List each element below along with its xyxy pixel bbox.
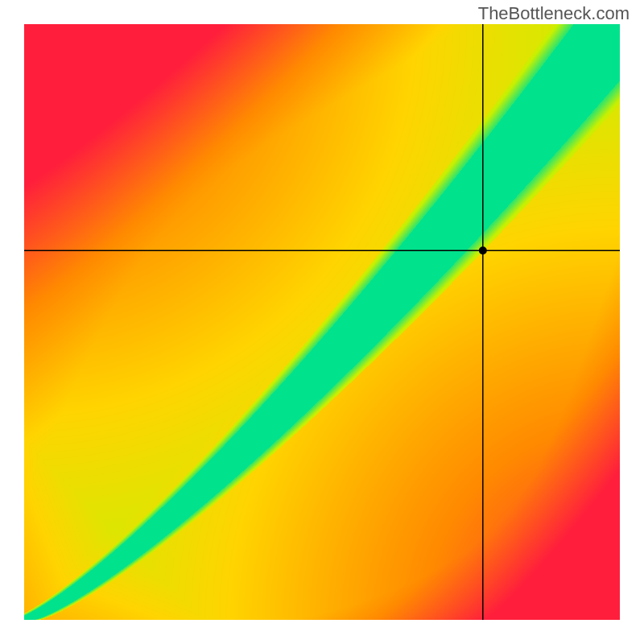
- chart-container: TheBottleneck.com: [0, 0, 644, 644]
- watermark-text: TheBottleneck.com: [478, 3, 630, 24]
- heatmap-canvas: [0, 0, 644, 644]
